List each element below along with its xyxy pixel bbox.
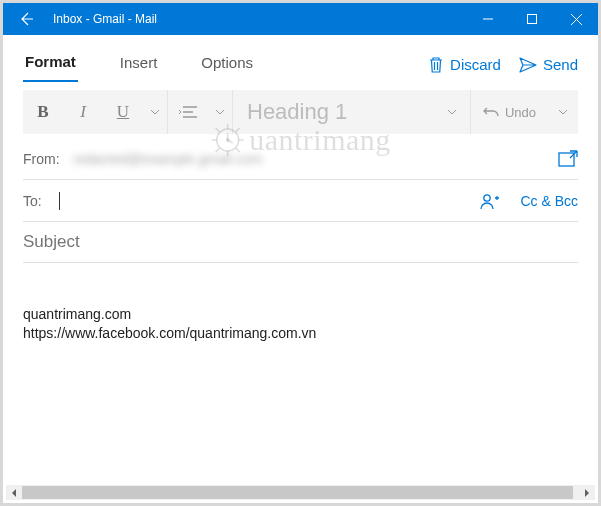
discard-button[interactable]: Discard	[428, 56, 501, 74]
trash-icon	[428, 56, 444, 74]
undo-dropdown[interactable]	[548, 110, 578, 115]
undo-button[interactable]: Undo	[471, 105, 548, 120]
cc-bcc-toggle[interactable]: Cc & Bcc	[520, 193, 578, 209]
window-controls	[466, 3, 598, 35]
send-label: Send	[543, 56, 578, 73]
from-value[interactable]: redacted@example.gmail.com	[73, 151, 558, 167]
message-body[interactable]: quantrimang.com https://www.facebook.com…	[3, 263, 598, 343]
italic-button[interactable]: I	[63, 102, 103, 122]
content-area: Format Insert Options Discard Send B I	[3, 35, 598, 503]
bold-button[interactable]: B	[23, 102, 63, 122]
titlebar: Inbox - Gmail - Mail	[3, 3, 598, 35]
from-label: From:	[23, 151, 65, 167]
svg-rect-1	[559, 153, 574, 166]
popout-icon	[558, 150, 578, 168]
minimize-icon	[483, 14, 493, 24]
person-add-icon	[480, 192, 500, 210]
arrow-left-icon	[18, 11, 34, 27]
font-style-dropdown[interactable]	[143, 110, 167, 115]
svg-point-2	[484, 194, 490, 200]
font-style-group: B I U	[23, 90, 168, 134]
to-input[interactable]	[60, 193, 480, 209]
style-selector[interactable]: Heading 1	[233, 99, 361, 125]
style-dropdown[interactable]	[434, 110, 470, 115]
paragraph-button[interactable]	[168, 105, 208, 119]
window-title: Inbox - Gmail - Mail	[53, 12, 466, 26]
underline-button[interactable]: U	[103, 102, 143, 122]
undo-icon	[483, 106, 499, 118]
body-line: https://www.facebook.com/quantrimang.com…	[23, 324, 578, 343]
minimize-button[interactable]	[466, 3, 510, 35]
subject-row	[23, 222, 578, 263]
tab-format[interactable]: Format	[23, 47, 78, 82]
subject-input[interactable]	[23, 232, 578, 252]
format-toolbar: B I U Heading 1	[23, 90, 578, 134]
close-button[interactable]	[554, 3, 598, 35]
chevron-down-icon	[559, 110, 567, 115]
from-row: From: redacted@example.gmail.com	[23, 138, 578, 180]
discard-label: Discard	[450, 56, 501, 73]
tab-insert[interactable]: Insert	[118, 48, 160, 81]
to-label: To:	[23, 193, 51, 209]
header-fields: From: redacted@example.gmail.com To:	[3, 134, 598, 263]
close-icon	[571, 14, 582, 25]
tab-options[interactable]: Options	[199, 48, 255, 81]
mail-compose-window: Inbox - Gmail - Mail Format Insert Optio…	[0, 0, 601, 506]
add-contact-button[interactable]	[480, 192, 500, 210]
style-group: Heading 1	[233, 90, 471, 134]
chevron-down-icon	[151, 110, 159, 115]
triangle-left-icon	[11, 489, 17, 497]
paragraph-dropdown[interactable]	[208, 110, 232, 115]
scroll-right-button[interactable]	[579, 485, 595, 500]
scroll-left-button[interactable]	[6, 485, 22, 500]
svg-rect-0	[528, 15, 537, 24]
open-in-new-window-button[interactable]	[558, 150, 578, 168]
back-button[interactable]	[9, 3, 43, 35]
maximize-icon	[527, 14, 537, 24]
scroll-track[interactable]	[22, 485, 579, 500]
body-line: quantrimang.com	[23, 305, 578, 324]
send-button[interactable]: Send	[519, 56, 578, 73]
align-icon	[179, 105, 197, 119]
scroll-thumb[interactable]	[22, 486, 573, 499]
paragraph-group	[168, 90, 233, 134]
undo-label: Undo	[505, 105, 536, 120]
triangle-right-icon	[584, 489, 590, 497]
ribbon-tabs: Format Insert Options Discard Send	[3, 35, 598, 82]
undo-group: Undo	[471, 90, 578, 134]
to-row: To: Cc & Bcc	[23, 180, 578, 222]
chevron-down-icon	[448, 110, 456, 115]
horizontal-scrollbar[interactable]	[6, 485, 595, 500]
chevron-down-icon	[216, 110, 224, 115]
maximize-button[interactable]	[510, 3, 554, 35]
send-icon	[519, 57, 537, 73]
